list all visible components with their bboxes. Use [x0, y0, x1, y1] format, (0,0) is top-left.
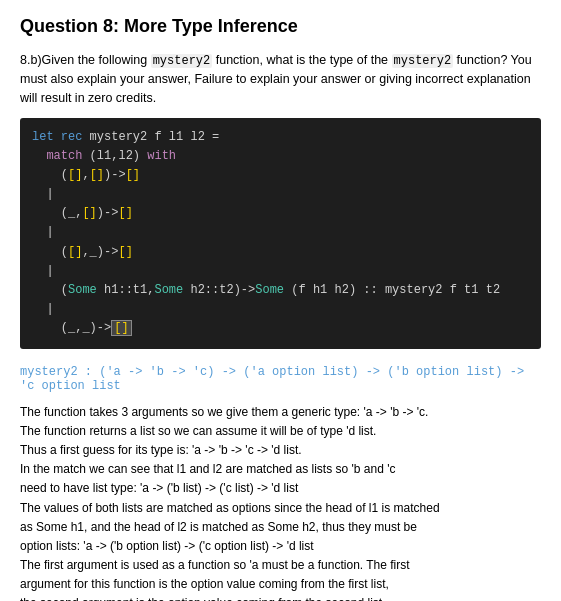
explanation-line: the second argument is the option value …: [20, 594, 541, 601]
explanation-line: The values of both lists are matched as …: [20, 499, 541, 518]
explanation-line: The first argument is used as a function…: [20, 556, 541, 575]
explanation-line: The function returns a list so we can as…: [20, 422, 541, 441]
intro-text2: function, what is the type of the: [212, 53, 391, 67]
question-intro: 8.b)Given the following mystery2 functio…: [20, 51, 541, 108]
explanation-line: Thus a first guess for its type is: 'a -…: [20, 441, 541, 460]
code-line-6: |: [32, 223, 529, 242]
intro-code2: mystery2: [392, 54, 454, 68]
code-line-11: (_,_)->[]: [32, 319, 529, 338]
intro-code1: mystery2: [151, 54, 213, 68]
code-line-9: (Some h1::t1,Some h2::t2)->Some (f h1 h2…: [32, 281, 529, 300]
code-line-1: let rec mystery2 f l1 l2 =: [32, 128, 529, 147]
code-line-5: (_,[])->[]: [32, 204, 529, 223]
code-line-2: match (l1,l2) with: [32, 147, 529, 166]
explanation-line: The function takes 3 arguments so we giv…: [20, 403, 541, 422]
explanation-block: The function takes 3 arguments so we giv…: [20, 403, 541, 601]
code-line-10: |: [32, 300, 529, 319]
page-title: Question 8: More Type Inference: [20, 16, 541, 37]
explanation-line: need to have list type: 'a -> ('b list) …: [20, 479, 541, 498]
explanation-line: option lists: 'a -> ('b option list) -> …: [20, 537, 541, 556]
code-line-8: |: [32, 262, 529, 281]
intro-label: 8.b): [20, 53, 42, 67]
explanation-line: In the match we can see that l1 and l2 a…: [20, 460, 541, 479]
intro-text1: Given the following: [42, 53, 151, 67]
type-signature: mystery2 : ('a -> 'b -> 'c) -> ('a optio…: [20, 365, 541, 393]
code-line-3: ([],[])->[]: [32, 166, 529, 185]
code-line-7: ([],_)->[]: [32, 243, 529, 262]
code-line-4: |: [32, 185, 529, 204]
explanation-line: as Some h1, and the head of l2 is matche…: [20, 518, 541, 537]
explanation-line: argument for this function is the option…: [20, 575, 541, 594]
code-block: let rec mystery2 f l1 l2 = match (l1,l2)…: [20, 118, 541, 349]
